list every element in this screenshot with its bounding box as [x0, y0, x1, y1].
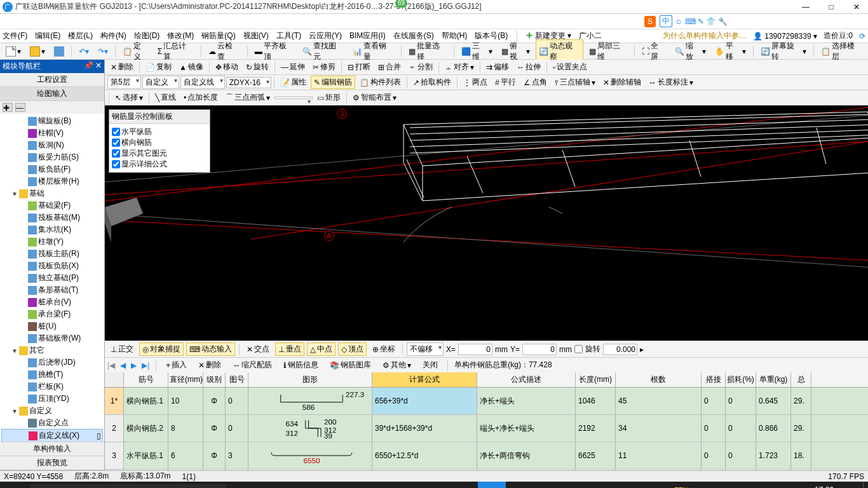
type-dropdown[interactable]: 自定义线 — [180, 76, 225, 89]
rotate-button[interactable]: ↻ 旋转 — [243, 60, 272, 74]
grid-info-button[interactable]: ℹ 钢筋信息 — [280, 358, 322, 372]
grid-scale-button[interactable]: ↔ 缩尺配筋 — [229, 358, 275, 372]
tree-item[interactable]: 条形基础(T) — [1, 284, 103, 296]
sidebar-tree[interactable]: 螺旋板(B)柱帽(V)板洞(N)板受力筋(S)板负筋(F)楼层板带(H)▾基础基… — [0, 114, 104, 442]
task-note[interactable]: 📝 — [506, 482, 534, 488]
tree-item[interactable]: 筏板基础(M) — [1, 212, 103, 224]
rotate-checkbox[interactable] — [574, 345, 583, 353]
tray-clock[interactable]: 17:262017/12/19 — [805, 485, 843, 488]
task-ie2[interactable]: ⓔ — [422, 482, 450, 488]
grid-other-button[interactable]: ⚙ 其他 ▾ — [379, 358, 414, 372]
dimension-button[interactable]: ↔ 长度标注 ▾ — [646, 76, 696, 89]
tree-item[interactable]: 栏板(K) — [1, 381, 103, 393]
grid-delete-button[interactable]: ✕ 删除 — [195, 358, 224, 372]
rebar-data-grid[interactable]: 筋号 直径(mm) 级别 图号 图形 计算公式 公式描述 长度(mm) 根数 搭… — [105, 372, 868, 470]
menu-file[interactable]: 文件(F) — [3, 30, 27, 41]
tree-item[interactable]: 桩承台(V) — [1, 296, 103, 308]
tree-item[interactable]: 基础板带(W) — [1, 332, 103, 344]
minimize-button[interactable]: — — [797, 3, 815, 11]
mirror-button[interactable]: ▲ 镜像 — [176, 60, 207, 74]
offset-mode-dropdown[interactable]: 不偏移 — [407, 342, 444, 356]
pick-component-button[interactable]: ↗ 拾取构件 — [410, 76, 454, 89]
task-browser[interactable]: ◐ — [534, 482, 562, 488]
open-button[interactable]: ▾ — [27, 45, 48, 58]
y-input[interactable] — [522, 344, 557, 355]
task-view-button[interactable]: ▭▭ — [226, 482, 254, 488]
move-button[interactable]: ✥ 移动 — [212, 60, 241, 74]
task-ggj[interactable]: 广 — [478, 482, 506, 488]
split-button[interactable]: ⫟ 分割 — [405, 60, 436, 74]
rebar-opt[interactable]: 横向钢筋 — [112, 137, 207, 148]
save-button[interactable] — [51, 45, 67, 58]
undo-button[interactable]: ↶▾ — [76, 46, 92, 57]
menu-edit[interactable]: 编辑(E) — [35, 30, 60, 41]
category-dropdown[interactable]: 自定义 — [142, 76, 179, 89]
osnap-toggle[interactable]: ◎ 对象捕捉 — [139, 342, 184, 356]
grid-row[interactable]: 2横向钢筋.28Φ06343122003123939*d+1568+39*d端头… — [105, 415, 868, 442]
tree-item[interactable]: ▾自定义 — [1, 405, 103, 417]
tree-item[interactable]: ▾其它 — [1, 344, 103, 356]
draw-extra-dropdown[interactable] — [275, 97, 313, 99]
mid-snap[interactable]: △ 中点 — [307, 342, 336, 356]
tree-item[interactable]: 承台梁(F) — [1, 308, 103, 320]
maximize-button[interactable]: □ — [822, 3, 840, 11]
tree-item[interactable]: 柱帽(V) — [1, 127, 103, 139]
nav-next[interactable]: ▶ — [131, 361, 137, 370]
tree-item[interactable]: 自定义点 — [1, 417, 103, 429]
line-button[interactable]: ╲ 直线 — [152, 91, 179, 104]
ortho-toggle[interactable]: ⊥ 正交 — [107, 342, 137, 356]
merge-button[interactable]: ⊞ 合并 — [375, 60, 404, 74]
trim-button[interactable]: ✂ 修剪 — [309, 60, 339, 74]
rect-button[interactable]: ▭ 矩形 — [314, 91, 344, 104]
component-list-button[interactable]: 📋 构件列表 — [356, 76, 404, 89]
tree-item[interactable]: 集水坑(K) — [1, 224, 103, 236]
grid-insert-button[interactable]: + 插入 — [163, 358, 190, 372]
point-length-button[interactable]: • 点加长度 — [180, 91, 221, 104]
nav-last[interactable]: ▶| — [142, 361, 149, 370]
menu-floor[interactable]: 楼层(L) — [68, 30, 93, 41]
show-desktop[interactable] — [863, 482, 867, 488]
grip-button[interactable]: ▫ 设置夹点 — [550, 60, 590, 74]
apex-snap[interactable]: ◇ 顶点 — [338, 342, 367, 356]
three-aux-button[interactable]: ⫯ 三点辅轴 ▾ — [552, 76, 599, 89]
nav-first[interactable]: |◀ — [107, 361, 115, 370]
rebar-opt[interactable]: 显示详细公式 — [112, 159, 207, 170]
new-button[interactable]: ▾ — [3, 45, 24, 58]
sb-toggle-2[interactable]: — — [15, 103, 25, 112]
rebar-display-panel[interactable]: 钢筋显示控制面板 水平纵筋 横向钢筋 显示其它图元 显示详细公式 — [109, 109, 210, 173]
sidebar-tab-settings[interactable]: 工程设置 — [0, 73, 104, 87]
del-button[interactable]: ✕ 删除 — [107, 60, 137, 74]
offset-button[interactable]: ⇉ 偏移 — [483, 60, 512, 74]
task-ie3[interactable]: ⓔ — [450, 482, 478, 488]
sidebar-tab-draw[interactable]: 绘图输入 — [0, 87, 104, 101]
task-ie1[interactable]: ⓔ — [394, 482, 422, 488]
grid-lib-button[interactable]: 📚 钢筋图库 — [327, 358, 374, 372]
tree-item[interactable]: 螺旋板(B) — [1, 115, 103, 127]
task-dict[interactable]: 🔤 — [562, 482, 590, 488]
point-angle-button[interactable]: ∠ 点角 — [520, 76, 550, 89]
rotate-apply[interactable]: ▸ — [640, 345, 644, 354]
arc3-button[interactable]: ⌒ 三点画弧 ▾ — [222, 91, 273, 104]
code-dropdown[interactable]: ZDYX-16 — [226, 77, 271, 88]
tree-item[interactable]: 压顶(YD) — [1, 393, 103, 405]
dyninput-toggle[interactable]: ⌨ 动态输入 — [186, 342, 235, 356]
x-input[interactable] — [458, 344, 492, 355]
sidebar-tab-single[interactable]: 单构件输入 — [0, 442, 104, 456]
copy-button[interactable]: 📄 复制 — [142, 60, 175, 74]
smart-layout-button[interactable]: ⚙ 智能布置 ▾ — [349, 91, 400, 104]
floor-dropdown[interactable]: 第5层 — [107, 76, 141, 89]
rebar-opt[interactable]: 显示其它图元 — [112, 148, 207, 159]
rotate-input[interactable] — [603, 344, 637, 355]
tree-item[interactable]: 桩(U) — [1, 320, 103, 332]
break-button[interactable]: ⊟ 打断 — [344, 60, 374, 74]
tree-item[interactable]: 板洞(N) — [1, 139, 103, 151]
task-store[interactable]: 🛍 — [366, 482, 394, 488]
sb-toggle-1[interactable]: ✚ — [3, 103, 13, 112]
align-button[interactable]: ⫠ 对齐 ▾ — [442, 60, 477, 74]
stretch-button[interactable]: ↔ 拉伸 — [513, 60, 544, 74]
ime-lang[interactable]: 中 — [660, 15, 672, 27]
grid-close-button[interactable]: 关闭 — [419, 358, 441, 372]
two-point-button[interactable]: ⋮ 两点 — [460, 76, 491, 89]
task-explorer[interactable]: 📁 — [254, 482, 282, 488]
perp-snap[interactable]: ⊥ 垂点 — [275, 342, 304, 356]
